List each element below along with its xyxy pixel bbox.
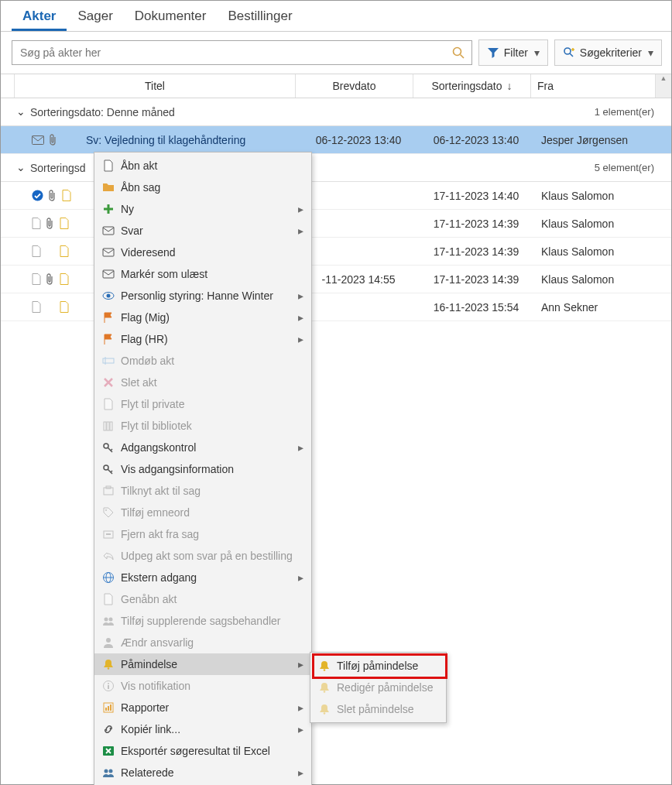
svg-rect-13 [103,358,114,363]
menu-item-doc: Flyt til private [94,393,311,415]
menu-item-label: Markér som ulæst [121,268,303,280]
svg-rect-15 [104,422,106,430]
svg-point-2 [564,48,571,54]
menu-item-label: Fjern akt fra sag [121,528,303,540]
scroll-up-icon[interactable]: ▲ [655,74,671,98]
doc-icon [32,245,41,257]
submenu-arrow-icon: ▸ [298,723,303,735]
svg-rect-36 [105,708,107,711]
menu-item-rename: Omdøb akt [94,350,311,372]
attach-icon [101,485,116,497]
menu-item-key[interactable]: Adgangskontrol▸ [94,437,311,458]
rename-icon [101,355,116,367]
menu-item-label: Genåbn akt [121,593,303,605]
header-brevdato[interactable]: Brevdato [296,74,413,98]
menu-item-eye[interactable]: Personlig styring: Hanne Winter▸ [94,285,311,307]
tab-bestillinger[interactable]: Bestillinger [217,4,303,31]
header-sorteringsdato[interactable]: Sorteringsdato↓ [413,74,531,98]
svg-point-31 [108,667,110,670]
context-menu: Åbn aktÅbn sagNy▸Svar▸VideresendMarkér s… [94,152,312,785]
search-box[interactable] [12,40,472,65]
mail-icon [101,268,116,280]
menu-item-excel[interactable]: Eksportér søgeresultat til Excel [94,740,311,762]
doc-icon [60,218,69,229]
doc-icon [32,273,41,285]
submenu-item[interactable]: Tilføj påmindelse [310,655,446,677]
menu-item-plus[interactable]: Ny▸ [94,198,311,220]
group-label: Sorteringsd [30,162,86,174]
row-fra: Jesper Jørgensen [535,134,671,146]
check-icon [32,190,43,201]
search-icon[interactable] [451,46,465,60]
menu-item-attach: Tilknyt akt til sag [94,480,311,502]
submenu-arrow-icon: ▸ [298,441,303,454]
submenu-arrow-icon: ▸ [298,225,303,237]
menu-item-label: Personlig styring: Hanne Winter [121,290,298,302]
context-submenu: Tilføj påmindelseRedigér påmindelseSlet … [310,652,447,723]
doc-icon [60,301,69,313]
svg-point-28 [105,618,108,622]
flag-icon [101,333,116,345]
doc-icon [101,593,116,605]
folder-icon [101,181,116,194]
criteria-icon [563,46,575,59]
menu-item-flag[interactable]: Flag (HR)▸ [94,328,311,350]
submenu-item: Slet påmindelse [310,698,446,720]
menu-item-bell[interactable]: Påmindelse▸ [94,653,311,675]
svg-rect-37 [108,706,109,711]
delete-icon [101,376,116,389]
submenu-arrow-icon: ▸ [298,571,303,584]
menu-item-flag[interactable]: Flag (Mig)▸ [94,307,311,328]
header-fra[interactable]: Fra [531,74,655,98]
menu-item-link[interactable]: Kopiér link...▸ [94,718,311,740]
menu-item-mail[interactable]: Svar▸ [94,220,311,242]
menu-item-globe[interactable]: Ekstern adgang▸ [94,567,311,588]
svg-point-44 [324,712,326,715]
svg-point-30 [106,638,111,643]
group-count: 1 element(er) [595,106,662,118]
info-icon [101,680,116,692]
filter-icon [487,47,499,58]
doc-icon [60,245,69,257]
menu-item-label: Omdøb akt [121,355,303,367]
menu-item-label: Flyt til bibliotek [121,420,303,432]
tab-bar: Akter Sager Dokumenter Bestillinger [1,1,671,32]
menu-item-users[interactable]: Relaterede▸ [94,762,311,783]
menu-item-mail[interactable]: Videresend [94,242,311,263]
chevron-down-icon: ⌄ [16,105,26,118]
key-icon [101,463,116,475]
row-fra: Klaus Salomon [535,218,671,230]
key-icon [101,441,116,454]
filter-label: Filter [504,46,528,59]
row-fra: Klaus Salomon [535,245,671,258]
group-header[interactable]: ⌄ Sorteringsdato: Denne måned 1 element(… [1,98,671,126]
group-label: Sorteringsdato: Denne måned [30,106,175,118]
menu-item-doc[interactable]: Åbn akt [94,155,311,177]
tab-sager[interactable]: Sager [67,4,123,31]
menu-item-label: Svar [121,225,298,237]
submenu-item-label: Tilføj påmindelse [337,660,438,672]
bell-icon [317,660,332,672]
group-count: 5 element(er) [595,162,662,173]
svg-rect-10 [103,270,114,278]
filter-button[interactable]: Filter ▾ [478,39,548,66]
menu-item-mail[interactable]: Markér som ulæst [94,263,311,285]
tab-dokumenter[interactable]: Dokumenter [124,4,218,31]
attachment-icon [49,190,57,202]
table-row[interactable]: Sv: Vejledning til klagehåndtering 06-12… [1,126,671,154]
search-criteria-button[interactable]: Søgekriterier ▾ [554,39,662,66]
menu-item-label: Ny [121,203,298,215]
row-sortdato: 17-11-2023 14:39 [417,273,535,286]
header-expand[interactable] [1,74,15,98]
header-title[interactable]: Titel [15,74,296,98]
tab-akter[interactable]: Akter [12,4,67,31]
user-icon [101,636,116,649]
row-sortdato: 17-11-2023 14:40 [417,190,535,202]
menu-item-report[interactable]: Rapporter▸ [94,697,311,718]
menu-item-key[interactable]: Vis adgangsinformation [94,458,311,480]
report-icon [101,701,116,714]
mail-icon [101,225,116,237]
search-input[interactable] [19,46,451,60]
menu-item-folder[interactable]: Åbn sag [94,177,311,198]
submenu-arrow-icon: ▸ [298,290,303,302]
